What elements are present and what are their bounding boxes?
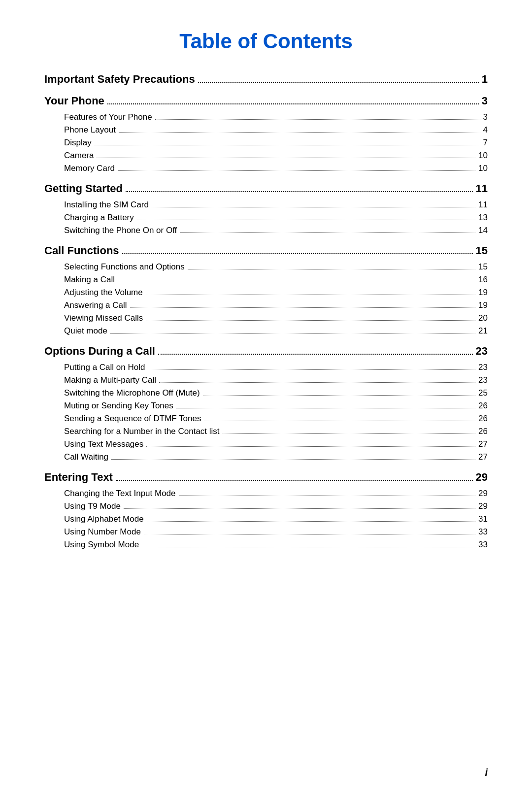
subsection-title: Making a Call xyxy=(64,275,115,285)
subsection-page: 4 xyxy=(483,125,488,135)
subsection-dots xyxy=(152,207,475,207)
subsection-title: Camera xyxy=(64,151,94,161)
subsection-dots xyxy=(124,508,475,509)
subsection-dots xyxy=(180,233,475,233)
subsection-page: 20 xyxy=(478,313,488,323)
subsection-page: 19 xyxy=(478,300,488,310)
section-header-entering-text: Entering Text29 xyxy=(44,471,488,484)
subsection-dots xyxy=(130,307,476,308)
section-header-call-functions: Call Functions15 xyxy=(44,244,488,257)
page-indicator: i xyxy=(485,767,488,778)
section-page-important-safety: 1 xyxy=(482,73,488,86)
subsection-title: Quiet mode xyxy=(64,326,107,336)
subsection-item: Switching the Phone On or Off14 xyxy=(44,226,488,235)
subsection-dots xyxy=(188,269,475,269)
subsection-item: Using Symbol Mode33 xyxy=(44,540,488,550)
subsection-title: Sending a Sequence of DTMF Tones xyxy=(64,414,201,424)
subsection-dots xyxy=(176,408,475,408)
subsection-item: Making a Multi-party Call23 xyxy=(44,375,488,385)
subsection-item: Display7 xyxy=(44,138,488,148)
section-page-your-phone: 3 xyxy=(482,95,488,107)
section-page-getting-started: 11 xyxy=(476,182,488,195)
subsection-dots xyxy=(110,333,475,333)
subsection-page: 25 xyxy=(478,388,488,398)
toc-container: Important Safety Precautions1Your Phone3… xyxy=(44,73,488,550)
subsection-title: Features of Your Phone xyxy=(64,112,152,122)
subsection-item: Putting a Call on Hold23 xyxy=(44,363,488,372)
subsection-title: Changing the Text Input Mode xyxy=(64,489,176,499)
subsection-page: 11 xyxy=(478,200,488,210)
subsection-title: Using Alphabet Mode xyxy=(64,514,144,524)
subsection-item: Changing the Text Input Mode29 xyxy=(44,489,488,499)
section-header-getting-started: Getting Started11 xyxy=(44,182,488,195)
subsection-dots xyxy=(147,521,475,522)
subsection-page: 26 xyxy=(478,414,488,424)
subsection-item: Selecting Functions and Options15 xyxy=(44,262,488,272)
subsection-title: Viewing Missed Calls xyxy=(64,313,143,323)
subsection-title: Using Number Mode xyxy=(64,527,141,537)
subsection-item: Installing the SIM Card11 xyxy=(44,200,488,210)
section-title-getting-started: Getting Started xyxy=(44,182,123,195)
section-title-call-functions: Call Functions xyxy=(44,244,119,257)
section-title-important-safety: Important Safety Precautions xyxy=(44,73,195,86)
section-dots-options-during-call xyxy=(158,354,473,355)
subsection-dots xyxy=(148,369,475,370)
subsection-page: 21 xyxy=(478,326,488,336)
subsection-dots xyxy=(119,132,480,133)
subsection-page: 3 xyxy=(483,112,488,122)
subsection-page: 26 xyxy=(478,427,488,436)
subsection-page: 13 xyxy=(478,213,488,223)
subsection-item: Call Waiting27 xyxy=(44,452,488,462)
subsection-dots xyxy=(155,119,480,120)
subsection-page: 31 xyxy=(478,514,488,524)
subsection-dots xyxy=(97,158,475,158)
section-page-call-functions: 15 xyxy=(476,244,488,257)
subsection-dots xyxy=(95,145,480,145)
subsection-item: Phone Layout4 xyxy=(44,125,488,135)
section-header-your-phone: Your Phone3 xyxy=(44,95,488,107)
subsection-page: 27 xyxy=(478,439,488,449)
subsection-title: Adjusting the Volume xyxy=(64,288,143,298)
subsection-title: Switching the Microphone Off (Mute) xyxy=(64,388,200,398)
subsection-dots xyxy=(223,433,475,434)
section-dots-entering-text xyxy=(116,480,473,481)
subsection-dots xyxy=(146,446,475,447)
subsection-page: 10 xyxy=(478,164,488,173)
subsection-title: Phone Layout xyxy=(64,125,116,135)
subsection-dots xyxy=(111,459,475,460)
subsection-item: Charging a Battery13 xyxy=(44,213,488,223)
subsection-page: 33 xyxy=(478,527,488,537)
subsection-page: 15 xyxy=(478,262,488,272)
subsection-title: Using T9 Mode xyxy=(64,501,121,511)
subsection-page: 23 xyxy=(478,375,488,385)
section-title-your-phone: Your Phone xyxy=(44,95,104,107)
subsection-dots xyxy=(204,421,475,421)
subsection-title: Switching the Phone On or Off xyxy=(64,226,177,235)
subsection-title: Installing the SIM Card xyxy=(64,200,149,210)
subsection-dots xyxy=(203,395,475,396)
subsection-page: 10 xyxy=(478,151,488,161)
subsection-page: 29 xyxy=(478,501,488,511)
subsection-item: Viewing Missed Calls20 xyxy=(44,313,488,323)
subsection-title: Muting or Sending Key Tones xyxy=(64,401,173,411)
subsection-dots xyxy=(142,547,475,547)
subsection-item: Memory Card10 xyxy=(44,164,488,173)
section-dots-important-safety xyxy=(198,82,479,83)
subsection-page: 7 xyxy=(483,138,488,148)
page-title: Table of Contents xyxy=(44,30,488,53)
subsection-title: Selecting Functions and Options xyxy=(64,262,185,272)
subsection-dots xyxy=(118,282,475,282)
subsection-dots xyxy=(144,534,475,534)
subsection-page: 29 xyxy=(478,489,488,499)
subsection-dots xyxy=(159,382,475,383)
section-page-options-during-call: 23 xyxy=(476,345,488,358)
subsection-item: Camera10 xyxy=(44,151,488,161)
subsection-item: Searching for a Number in the Contact li… xyxy=(44,427,488,436)
section-dots-getting-started xyxy=(126,191,473,192)
subsection-dots xyxy=(137,220,475,220)
subsection-page: 33 xyxy=(478,540,488,550)
subsection-title: Memory Card xyxy=(64,164,115,173)
subsection-item: Using T9 Mode29 xyxy=(44,501,488,511)
subsection-item: Quiet mode21 xyxy=(44,326,488,336)
subsection-page: 14 xyxy=(478,226,488,235)
